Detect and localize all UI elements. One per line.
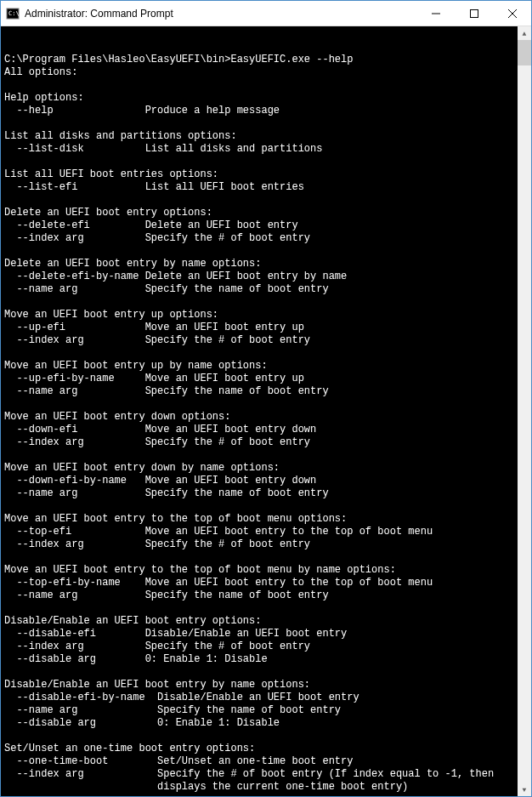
window-controls xyxy=(416,1,531,26)
minimize-button[interactable] xyxy=(416,1,455,26)
option-line: --index arg Specify the # of boot entry xyxy=(4,334,531,347)
option-line: --disable arg 0: Enable 1: Disable xyxy=(4,717,531,730)
option-line: --one-time-boot Set/Unset an one-time bo… xyxy=(4,755,531,768)
option-line: --index arg Specify the # of boot entry … xyxy=(4,768,531,781)
section-header: Delete an UEFI boot entry options: xyxy=(4,207,531,219)
option-line: --disable arg 0: Enable 1: Disable xyxy=(4,653,531,666)
option-line: --list-efi List all UEFI boot entries xyxy=(4,181,531,194)
option-line: --name arg Specify the name of boot entr… xyxy=(4,487,531,500)
option-line: --disable-efi-by-name Disable/Enable an … xyxy=(4,692,531,704)
option-line: --delete-efi-by-name Delete an UEFI boot… xyxy=(4,270,531,283)
terminal-line xyxy=(4,794,531,796)
section-header: Move an UEFI boot entry down by name opt… xyxy=(4,462,531,475)
terminal-line xyxy=(4,347,531,360)
option-line: --index arg Specify the # of boot entry xyxy=(4,436,531,449)
terminal-line xyxy=(4,666,531,679)
terminal-line xyxy=(4,551,531,564)
option-line: --list-disk List all disks and partition… xyxy=(4,143,531,156)
option-line: --index arg Specify the # of boot entry xyxy=(4,640,531,653)
section-header: Move an UEFI boot entry down options: xyxy=(4,411,531,424)
section-header: Disable/Enable an UEFI boot entry option… xyxy=(4,615,531,628)
prompt-line: C:\Program Files\Hasleo\EasyUEFI\bin>Eas… xyxy=(4,54,531,66)
option-continuation: displays the current one-time boot entry… xyxy=(4,781,531,794)
option-line: --name arg Specify the name of boot entr… xyxy=(4,385,531,398)
scrollbar-thumb[interactable] xyxy=(518,40,531,65)
option-line: --down-efi-by-name Move an UEFI boot ent… xyxy=(4,475,531,487)
option-line: --top-efi Move an UEFI boot entry to the… xyxy=(4,526,531,538)
terminal-line xyxy=(4,194,531,207)
svg-text:C:\: C:\ xyxy=(8,10,20,17)
option-line: --top-efi-by-name Move an UEFI boot entr… xyxy=(4,577,531,589)
option-line: --up-efi-by-name Move an UEFI boot entry… xyxy=(4,373,531,385)
section-header: Help options: xyxy=(4,92,531,105)
section-header: Set/Unset an one-time boot entry options… xyxy=(4,743,531,755)
section-header: List all disks and partitions options: xyxy=(4,130,531,143)
option-line: --help Produce a help message xyxy=(4,105,531,117)
maximize-button[interactable] xyxy=(455,1,493,26)
section-header: Move an UEFI boot entry up options: xyxy=(4,309,531,322)
terminal-line xyxy=(4,79,531,92)
section-header: Move an UEFI boot entry to the top of bo… xyxy=(4,513,531,526)
command-prompt-window: C:\ Administrator: Command Prompt C:\Pro… xyxy=(0,0,532,797)
close-button[interactable] xyxy=(493,1,531,26)
terminal-line xyxy=(4,730,531,743)
terminal-line xyxy=(4,117,531,130)
scrollbar-up-arrow[interactable]: ▲ xyxy=(518,26,531,40)
section-header: Move an UEFI boot entry up by name optio… xyxy=(4,360,531,373)
option-line: --disable-efi Disable/Enable an UEFI boo… xyxy=(4,628,531,640)
option-line: --index arg Specify the # of boot entry xyxy=(4,538,531,551)
option-line: --index arg Specify the # of boot entry xyxy=(4,232,531,245)
option-line: --name arg Specify the name of boot entr… xyxy=(4,589,531,602)
option-line: --down-efi Move an UEFI boot entry down xyxy=(4,424,531,436)
section-header: Disable/Enable an UEFI boot entry by nam… xyxy=(4,679,531,692)
terminal-line xyxy=(4,449,531,462)
terminal-line xyxy=(4,398,531,411)
svg-rect-3 xyxy=(470,9,478,17)
terminal-line xyxy=(4,296,531,309)
titlebar[interactable]: C:\ Administrator: Command Prompt xyxy=(1,1,531,26)
terminal-line xyxy=(4,602,531,615)
option-line: --up-efi Move an UEFI boot entry up xyxy=(4,322,531,334)
all-options-header: All options: xyxy=(4,66,531,79)
window-title: Administrator: Command Prompt xyxy=(25,8,416,20)
scrollbar-down-arrow[interactable]: ▼ xyxy=(518,783,531,796)
terminal-line xyxy=(4,156,531,168)
app-icon: C:\ xyxy=(6,7,20,20)
section-header: Delete an UEFI boot entry by name option… xyxy=(4,258,531,270)
option-line: --name arg Specify the name of boot entr… xyxy=(4,704,531,717)
section-header: List all UEFI boot entries options: xyxy=(4,168,531,181)
scrollbar[interactable]: ▲ ▼ xyxy=(518,26,531,796)
option-line: --name arg Specify the name of boot entr… xyxy=(4,283,531,296)
option-line: --delete-efi Delete an UEFI boot entry xyxy=(4,219,531,232)
terminal-content[interactable]: C:\Program Files\Hasleo\EasyUEFI\bin>Eas… xyxy=(1,26,531,796)
section-header: Move an UEFI boot entry to the top of bo… xyxy=(4,564,531,577)
terminal-line xyxy=(4,245,531,258)
terminal-line xyxy=(4,500,531,513)
